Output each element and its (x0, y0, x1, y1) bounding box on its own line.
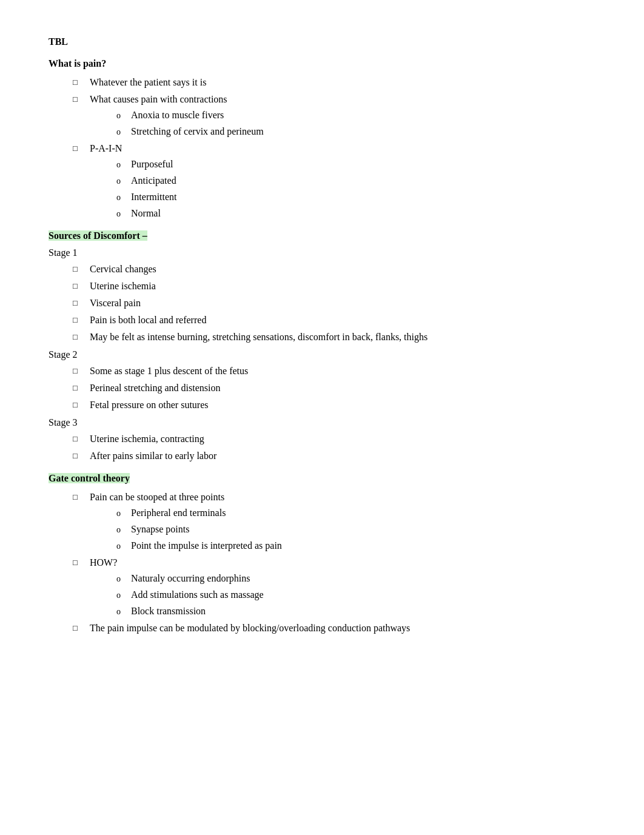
stage2-label: Stage 2 (49, 349, 595, 360)
stage3-list: Uterine ischemia, contracting After pain… (73, 432, 595, 463)
what-is-pain-heading: What is pain? (49, 58, 595, 69)
stage3-label: Stage 3 (49, 417, 595, 428)
gate-control-list: Pain can be stooped at three points Peri… (73, 490, 595, 635)
sub-list: Anoxia to muscle fivers Stretching of ce… (114, 108, 595, 139)
sub-list-item: Block transmission (114, 604, 595, 619)
sub-list-item: Intermittent (114, 190, 595, 204)
list-item: P-A-I-N Purposeful Anticipated Intermitt… (73, 141, 595, 221)
list-item: After pains similar to early labor (73, 449, 595, 463)
sub-list: Naturaly occurring endorphins Add stimul… (114, 571, 595, 619)
sub-list-item: Add stimulations such as massage (114, 588, 595, 602)
list-item: Visceral pain (73, 296, 595, 310)
sub-list-item: Peripheral end terminals (114, 506, 595, 520)
list-item: May be felt as intense burning, stretchi… (73, 330, 595, 344)
stage2-list: Some as stage 1 plus descent of the fetu… (73, 364, 595, 412)
sub-list-item: Anoxia to muscle fivers (114, 108, 595, 122)
sub-list-item: Anticipated (114, 173, 595, 188)
list-item: Whatever the patient says it is (73, 75, 595, 90)
stage1-label: Stage 1 (49, 247, 595, 258)
list-item: The pain impulse can be modulated by blo… (73, 621, 595, 635)
sub-list: Purposeful Anticipated Intermittent Norm… (114, 157, 595, 221)
list-item: What causes pain with contractions Anoxi… (73, 92, 595, 139)
list-item: Pain can be stooped at three points Peri… (73, 490, 595, 553)
sub-list-item: Naturaly occurring endorphins (114, 571, 595, 586)
sources-of-discomfort-section: Sources of Discomfort – Stage 1 Cervical… (49, 230, 595, 463)
list-item: Some as stage 1 plus descent of the fetu… (73, 364, 595, 378)
sources-of-discomfort-heading: Sources of Discomfort – (49, 230, 595, 241)
sub-list-item: Purposeful (114, 157, 595, 172)
what-is-pain-list: Whatever the patient says it is What cau… (73, 75, 595, 221)
list-item: HOW? Naturaly occurring endorphins Add s… (73, 555, 595, 619)
list-item: Fetal pressure on other sutures (73, 398, 595, 412)
list-item: Pain is both local and referred (73, 313, 595, 327)
gate-control-section: Gate control theory Pain can be stooped … (49, 473, 595, 635)
page-title: TBL (49, 36, 595, 47)
sub-list-item: Normal (114, 206, 595, 221)
list-item: Perineal stretching and distension (73, 381, 595, 395)
list-item: Cervical changes (73, 262, 595, 277)
sub-list-item: Stretching of cervix and perineum (114, 124, 595, 139)
sub-list-item: Point the impulse is interpreted as pain (114, 538, 595, 553)
list-item: Uterine ischemia, contracting (73, 432, 595, 446)
gate-control-heading: Gate control theory (49, 473, 595, 484)
stage1-list: Cervical changes Uterine ischemia Viscer… (73, 262, 595, 344)
list-item: Uterine ischemia (73, 279, 595, 293)
what-is-pain-section: What is pain? Whatever the patient says … (49, 58, 595, 221)
sub-list: Peripheral end terminals Synapse points … (114, 506, 595, 553)
sub-list-item: Synapse points (114, 522, 595, 537)
